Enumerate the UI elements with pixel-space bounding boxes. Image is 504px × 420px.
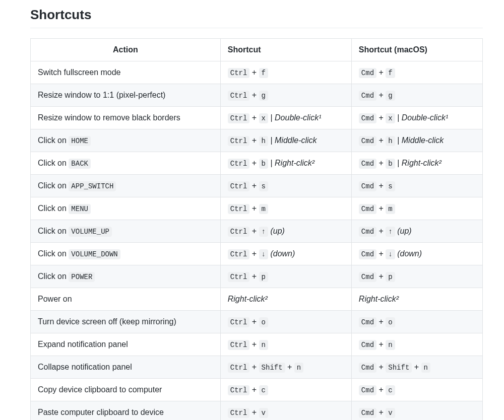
cell-shortcut_macos: Cmd + s <box>351 175 482 197</box>
col-shortcut-macos: Shortcut (macOS) <box>351 39 482 61</box>
table-row: Copy device clipboard to computerCtrl + … <box>31 379 483 401</box>
cell-shortcut: Ctrl + ↑ (up) <box>220 220 351 243</box>
cell-shortcut_macos: Cmd + o <box>351 311 482 333</box>
cell-shortcut: Ctrl + v <box>220 401 351 421</box>
table-row: Paste computer clipboard to deviceCtrl +… <box>31 401 483 421</box>
table-row: Click on HOMECtrl + h | Middle-clickCmd … <box>31 129 483 152</box>
cell-shortcut_macos: Cmd + p <box>351 265 482 288</box>
cell-shortcut_macos: Cmd + m <box>351 197 482 220</box>
cell-shortcut: Ctrl + o <box>220 311 351 333</box>
cell-action: Click on MENU <box>31 197 221 220</box>
cell-shortcut_macos: Cmd + h | Middle-click <box>351 129 482 152</box>
cell-action: Click on BACK <box>31 152 221 175</box>
cell-shortcut: Ctrl + p <box>220 265 351 288</box>
table-row: Resize window to remove black bordersCtr… <box>31 107 483 129</box>
cell-action: Power on <box>31 288 221 311</box>
cell-action: Resize window to remove black borders <box>31 107 221 129</box>
cell-shortcut: Ctrl + Shift + n <box>220 356 351 379</box>
table-row: Resize window to 1:1 (pixel-perfect)Ctrl… <box>31 84 483 107</box>
table-row: Switch fullscreen modeCtrl + fCmd + f <box>31 61 483 84</box>
table-row: Click on MENUCtrl + mCmd + m <box>31 197 483 220</box>
cell-shortcut_macos: Cmd + ↑ (up) <box>351 220 482 243</box>
cell-shortcut: Ctrl + m <box>220 197 351 220</box>
cell-action: Click on HOME <box>31 129 221 152</box>
table-row: Click on VOLUME_DOWNCtrl + ↓ (down)Cmd +… <box>31 243 483 265</box>
cell-action: Collapse notification panel <box>31 356 221 379</box>
cell-shortcut: Ctrl + h | Middle-click <box>220 129 351 152</box>
cell-shortcut_macos: Cmd + f <box>351 61 482 84</box>
cell-shortcut: Ctrl + ↓ (down) <box>220 243 351 265</box>
cell-shortcut: Ctrl + s <box>220 175 351 197</box>
table-row: Turn device screen off (keep mirroring)C… <box>31 311 483 333</box>
cell-shortcut: Right-click² <box>220 288 351 311</box>
cell-shortcut_macos: Right-click² <box>351 288 482 311</box>
cell-shortcut_macos: Cmd + c <box>351 379 482 401</box>
cell-shortcut: Ctrl + n <box>220 333 351 356</box>
cell-action: Click on VOLUME_DOWN <box>31 243 221 265</box>
cell-shortcut_macos: Cmd + g <box>351 84 482 107</box>
cell-shortcut: Ctrl + c <box>220 379 351 401</box>
heading-shortcuts: Shortcuts <box>30 0 483 28</box>
cell-action: Switch fullscreen mode <box>31 61 221 84</box>
shortcuts-table: Action Shortcut Shortcut (macOS) Switch … <box>30 38 483 420</box>
table-row: Click on VOLUME_UPCtrl + ↑ (up)Cmd + ↑ (… <box>31 220 483 243</box>
table-row: Click on BACKCtrl + b | Right-click²Cmd … <box>31 152 483 175</box>
cell-action: Click on APP_SWITCH <box>31 175 221 197</box>
table-row: Click on POWERCtrl + pCmd + p <box>31 265 483 288</box>
cell-shortcut_macos: Cmd + b | Right-click² <box>351 152 482 175</box>
cell-action: Resize window to 1:1 (pixel-perfect) <box>31 84 221 107</box>
cell-shortcut: Ctrl + g <box>220 84 351 107</box>
cell-action: Click on POWER <box>31 265 221 288</box>
table-row: Expand notification panelCtrl + nCmd + n <box>31 333 483 356</box>
cell-shortcut_macos: Cmd + Shift + n <box>351 356 482 379</box>
cell-shortcut_macos: Cmd + n <box>351 333 482 356</box>
col-shortcut: Shortcut <box>220 39 351 61</box>
table-header-row: Action Shortcut Shortcut (macOS) <box>31 39 483 61</box>
cell-action: Paste computer clipboard to device <box>31 401 221 421</box>
cell-shortcut_macos: Cmd + ↓ (down) <box>351 243 482 265</box>
cell-shortcut: Ctrl + b | Right-click² <box>220 152 351 175</box>
table-row: Power onRight-click²Right-click² <box>31 288 483 311</box>
cell-shortcut: Ctrl + f <box>220 61 351 84</box>
cell-action: Expand notification panel <box>31 333 221 356</box>
cell-shortcut: Ctrl + x | Double-click¹ <box>220 107 351 129</box>
cell-action: Copy device clipboard to computer <box>31 379 221 401</box>
cell-shortcut_macos: Cmd + x | Double-click¹ <box>351 107 482 129</box>
table-row: Collapse notification panelCtrl + Shift … <box>31 356 483 379</box>
cell-action: Turn device screen off (keep mirroring) <box>31 311 221 333</box>
cell-shortcut_macos: Cmd + v <box>351 401 482 421</box>
cell-action: Click on VOLUME_UP <box>31 220 221 243</box>
table-row: Click on APP_SWITCHCtrl + sCmd + s <box>31 175 483 197</box>
col-action: Action <box>31 39 221 61</box>
